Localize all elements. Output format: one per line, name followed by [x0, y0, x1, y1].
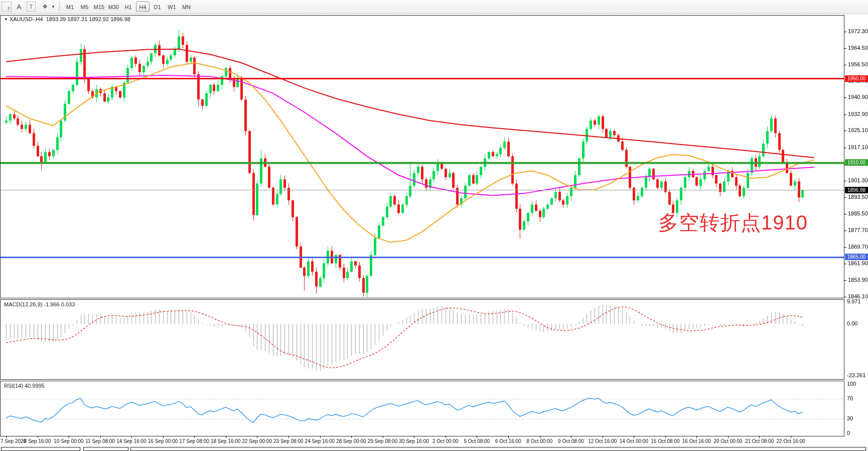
mt4-terminal-window: { "toolbar": { "icons": [ {"name": "grid…: [0, 0, 868, 451]
time-axis-label: 8 Oct 00:00: [527, 438, 553, 444]
time-axis-label: 29 Sep 08:00: [368, 438, 398, 444]
price-axis-tick: 1932.90: [848, 111, 868, 117]
price-axis-tick: 1901.30: [848, 177, 868, 183]
time-axis-label: 6 Oct 16:00: [495, 438, 521, 444]
chart-ohlc-values: 1893.39 1897.31 1892.92 1896.98: [46, 16, 130, 22]
timeframe-button-m1[interactable]: M1: [63, 2, 77, 12]
chart-tab[interactable]: [130, 447, 866, 451]
time-axis-label: 11 Sep 08:00: [85, 438, 115, 444]
time-axis-label: 22 Sep 00:00: [242, 438, 272, 444]
price-axis-tick: 1972.30: [848, 28, 868, 34]
price-axis-tick: 1964.50: [848, 45, 868, 51]
timeframe-button-h1[interactable]: H1: [121, 2, 135, 12]
label-t-icon[interactable]: T: [27, 2, 36, 12]
time-axis-label: 9 Oct 08:00: [558, 438, 584, 444]
time-axis-label: 23 Sep 08:00: [273, 438, 304, 444]
grid-f-icon[interactable]: F: [2, 2, 12, 12]
time-axis-label: 10 Sep 00:00: [54, 438, 84, 444]
macd-axis-tick: 0.00: [847, 320, 857, 326]
timeframe-button-w1[interactable]: W1: [165, 2, 179, 12]
time-axis-label: 20 Oct 00:00: [713, 438, 742, 444]
hline-price-label: 1910.00: [845, 159, 868, 166]
bid-price-label: 1896.98: [845, 187, 868, 193]
time-axis-label: 18 Sep 16:00: [211, 438, 241, 444]
chart-symbol-period: XAUUSD-,H4: [10, 16, 43, 22]
time-axis-label: 14 Oct 00:00: [620, 438, 648, 444]
price-axis-tick: 1853.90: [848, 277, 868, 283]
chart-text-annotation: 多空转折点1910: [658, 209, 808, 237]
time-axis-label: 14 Sep 16:00: [116, 438, 147, 444]
rsi-axis-tick: 70: [847, 395, 853, 401]
time-axis-label: 7 Sep 2020: [1, 438, 26, 444]
macd-axis-tick: 9.971: [847, 298, 861, 304]
timeframe-button-m5[interactable]: M5: [78, 2, 91, 12]
toolbar-separator: [59, 2, 60, 12]
hline-price-label: 1950.00: [845, 75, 868, 82]
text-a-icon[interactable]: A: [15, 2, 23, 12]
timeframe-button-m30[interactable]: M30: [107, 2, 120, 12]
macd-values: -1.966 0.033: [44, 301, 75, 307]
rsi-value: 40.9995: [25, 383, 45, 389]
price-axis-tick: 1956.50: [848, 61, 868, 67]
timeframe-button-m15[interactable]: M15: [92, 2, 106, 12]
price-axis-tick: 1885.50: [848, 210, 868, 216]
time-axis-label: 28 Sep 00:00: [336, 438, 366, 444]
price-axis-tick: 1925.10: [848, 127, 868, 133]
dropdown-caret-icon[interactable]: ▼: [51, 2, 56, 12]
price-axis-tick: 1940.90: [848, 94, 868, 100]
time-axis-label: 16 Oct 16:00: [682, 438, 711, 444]
time-axis-label: 22 Oct 16:00: [777, 438, 805, 444]
chart-title: ▼XAUUSD-,H4 1893.39 1897.31 1892.92 1896…: [4, 16, 130, 22]
time-axis-label: 16 Sep 00:00: [148, 438, 178, 444]
time-axis-label: 8 Sep 16:00: [24, 438, 51, 444]
price-axis-tick: 1861.90: [848, 260, 868, 266]
time-axis-label: 15 Oct 08:00: [651, 438, 679, 444]
time-axis-label: 17 Sep 08:00: [179, 438, 209, 444]
price-axis-tick: 1877.70: [848, 227, 868, 233]
price-axis-tick: 1869.70: [848, 244, 868, 250]
chart-tab[interactable]: [1, 447, 80, 451]
toolbar: F A T ❖ ▼ M1M5M15M30H1H4D1W1MN: [0, 0, 868, 14]
time-axis-label: 5 Oct 08:00: [464, 438, 490, 444]
chart-tab[interactable]: [83, 447, 128, 451]
price-axis-tick: 1917.10: [848, 144, 868, 150]
time-axis-label: 21 Oct 08:00: [745, 438, 774, 444]
timeframe-button-h4[interactable]: H4: [136, 2, 150, 12]
arrange-arrows-icon[interactable]: ❖: [40, 2, 50, 12]
chart-collapse-icon[interactable]: ▼: [4, 17, 8, 22]
timeframe-button-mn[interactable]: MN: [180, 2, 193, 12]
rsi-axis-tick: 30: [847, 415, 853, 421]
macd-axis-tick: -23.261: [847, 372, 865, 378]
time-axis-label: 2 Oct 00:00: [432, 438, 459, 444]
time-axis-label: 24 Sep 16:00: [305, 438, 335, 444]
rsi-axis-tick: 0: [847, 430, 850, 436]
macd-label: MACD(12,26,9) -1.966 0.033: [4, 301, 75, 307]
chart-tab-strip: [0, 447, 868, 451]
time-axis-label: 12 Oct 16:00: [588, 438, 617, 444]
rsi-axis-tick: 100: [847, 381, 856, 387]
time-axis-label: 30 Sep 16:00: [399, 438, 429, 444]
price-axis-tick: 1893.50: [848, 194, 868, 200]
timeframe-button-d1[interactable]: D1: [151, 2, 164, 12]
hline-price-label: 1865.00: [845, 254, 868, 260]
rsi-label: RSI(14) 40.9995: [4, 383, 45, 389]
